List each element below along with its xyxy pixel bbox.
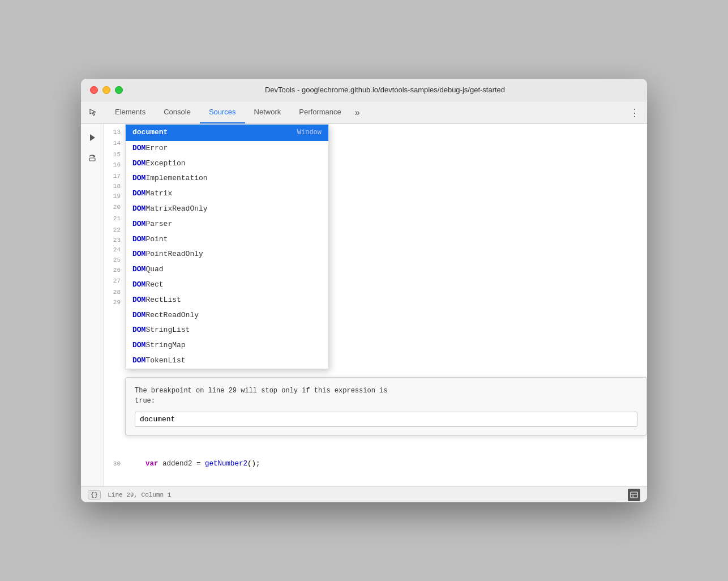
svg-rect-3 [631, 492, 637, 498]
minimize-button[interactable] [102, 86, 110, 94]
ac-item-2[interactable]: DOMImplementation [126, 171, 328, 186]
autocomplete-selected-label: document [132, 127, 168, 139]
close-button[interactable] [90, 86, 98, 94]
tab-elements[interactable]: Elements [106, 101, 155, 123]
ac-item-12[interactable]: DOMStringList [126, 323, 328, 338]
titlebar: DevTools - googlechrome.github.io/devtoo… [81, 79, 647, 101]
ac-item-8[interactable]: DOMQuad [126, 262, 328, 277]
statusbar: {} Line 29, Column 1 [81, 486, 647, 502]
devtools-window: DevTools - googlechrome.github.io/devtoo… [81, 79, 647, 502]
autocomplete-dropdown[interactable]: document Window DOMError DOMException DO… [125, 124, 329, 369]
statusbar-right [628, 489, 640, 501]
breakpoint-description: The breakpoint on line 29 will stop only… [135, 386, 637, 406]
sidebar [81, 124, 104, 486]
console-drawer-button[interactable] [628, 489, 640, 501]
maximize-button[interactable] [115, 86, 123, 94]
ac-item-4[interactable]: DOMMatrixReadOnly [126, 202, 328, 217]
svg-rect-2 [89, 158, 95, 161]
tab-sources[interactable]: Sources [200, 101, 245, 123]
autocomplete-selected-item: document Window [126, 125, 328, 141]
window-title: DevTools - googlechrome.github.io/devtoo… [132, 86, 638, 94]
autocomplete-type-label: Window [297, 127, 322, 138]
ac-item-7[interactable]: DOMPointReadOnly [126, 247, 328, 262]
ac-item-10[interactable]: DOMRectList [126, 293, 328, 308]
ac-item-9[interactable]: DOMRect [126, 277, 328, 293]
tab-console[interactable]: Console [155, 101, 200, 123]
more-tabs-button[interactable]: » [350, 101, 365, 123]
ac-item-14[interactable]: DOMTokenList [126, 353, 328, 369]
ac-item-0[interactable]: DOMError [126, 141, 328, 156]
inspect-element-icon[interactable] [85, 105, 101, 121]
ac-item-11[interactable]: DOMRectReadOnly [126, 308, 328, 323]
toolbar-end: ⋮ [622, 105, 647, 121]
devtools-body: document Window DOMError DOMException DO… [81, 124, 647, 486]
step-over-button[interactable] [83, 149, 101, 167]
devtools-menu-button[interactable]: ⋮ [627, 105, 643, 121]
code-line-30: 30 var addend2 = getNumber2(); [104, 458, 647, 469]
breakpoint-condition-input[interactable] [135, 412, 637, 427]
statusbar-left: {} Line 29, Column 1 [88, 490, 171, 499]
code-editor[interactable]: document Window DOMError DOMException DO… [104, 124, 647, 486]
tab-performance[interactable]: Performance [290, 101, 350, 123]
tab-network[interactable]: Network [245, 101, 290, 123]
ac-item-3[interactable]: DOMMatrix [126, 186, 328, 202]
ac-item-13[interactable]: DOMStringMap [126, 338, 328, 353]
toolbar: Elements Console Sources Network Perform… [81, 101, 647, 124]
ac-item-1[interactable]: DOMException [126, 156, 328, 172]
code-line-30-container: 30 var addend2 = getNumber2(); [104, 458, 647, 469]
breakpoint-condition-popup: The breakpoint on line 29 will stop only… [125, 377, 647, 435]
ac-item-5[interactable]: DOMParser [126, 217, 328, 232]
resume-button[interactable] [83, 129, 101, 147]
tabs-container: Elements Console Sources Network Perform… [106, 101, 622, 123]
cursor-position: Line 29, Column 1 [108, 492, 171, 498]
ac-item-6[interactable]: DOMPoint [126, 232, 328, 247]
traffic-lights [90, 86, 123, 94]
toolbar-left [81, 105, 106, 121]
pretty-print-button[interactable]: {} [88, 490, 101, 499]
svg-marker-0 [90, 134, 95, 141]
